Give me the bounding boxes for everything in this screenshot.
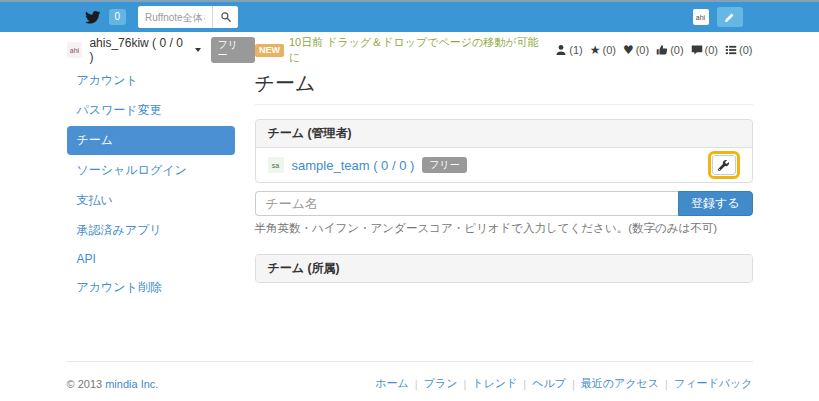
copyright-year: © 2013 <box>67 378 103 390</box>
topbar: 0 ahi <box>0 0 819 32</box>
footer-link-help[interactable]: ヘルプ <box>532 376 566 391</box>
copyright: © 2013 mindia Inc. <box>67 378 159 390</box>
team-link[interactable]: sample_team ( 0 / 0 ) <box>292 158 415 173</box>
followers-stat[interactable]: (1) <box>555 44 582 56</box>
user-stats: (1) ★ (0) ♥ (0) (0) <box>555 44 752 56</box>
sidebar-item-social-login[interactable]: ソーシャルログイン <box>67 156 235 185</box>
likes-stat[interactable]: ♥ (0) <box>623 44 649 56</box>
company-link[interactable]: mindia Inc. <box>105 378 158 390</box>
admin-team-panel: チーム (管理者) sa sample_team ( 0 / 0 ) フリー <box>255 119 753 183</box>
sidebar-item-account[interactable]: アカウント <box>67 66 235 95</box>
search-input[interactable] <box>138 6 212 28</box>
stat-count: (1) <box>569 44 582 56</box>
team-row: sa sample_team ( 0 / 0 ) フリー <box>256 148 752 182</box>
team-settings-button[interactable] <box>712 155 736 175</box>
news-text[interactable]: 10日前 ドラッグ＆ドロップでページの移動が可能に <box>289 35 547 65</box>
search-button[interactable] <box>212 6 238 28</box>
sidebar-item-payment[interactable]: 支払い <box>67 186 235 215</box>
sidebar-item-password-change[interactable]: パスワード変更 <box>67 96 235 125</box>
team-name-input[interactable] <box>255 191 678 216</box>
new-badge: NEW <box>255 44 284 57</box>
sidebar-item-api[interactable]: API <box>67 246 235 272</box>
team-name-help-text: 半角英数・ハイフン・アンダースコア・ピリオドで入力してください。(数字のみは不可… <box>255 221 753 236</box>
footer-link-home[interactable]: ホーム <box>375 376 409 391</box>
team-plan-badge: フリー <box>422 157 466 173</box>
footer-link-feedback[interactable]: フィードバック <box>674 376 753 391</box>
user-avatar[interactable]: ahi <box>67 42 83 58</box>
footer-link-trend[interactable]: トレンド <box>472 376 517 391</box>
pages-stat[interactable]: (0) <box>725 44 752 56</box>
footer: © 2013 mindia Inc. ホーム| プラン| トレンド| ヘルプ| … <box>67 376 753 391</box>
comment-icon <box>691 44 703 56</box>
caret-down-icon <box>195 48 201 52</box>
bird-logo-icon[interactable] <box>83 9 103 25</box>
highlight-annotation <box>708 151 740 179</box>
footer-link-plan[interactable]: プラン <box>424 376 458 391</box>
stat-count: (0) <box>705 44 718 56</box>
username-label: ahis_76kiw ( 0 / 0 ) <box>89 36 189 64</box>
register-button[interactable]: 登録する <box>678 191 753 216</box>
footer-link-recent-access[interactable]: 最近のアクセス <box>581 376 659 391</box>
topbar-avatar[interactable]: ahi <box>693 9 709 25</box>
star-icon: ★ <box>590 44 601 56</box>
member-team-panel: チーム (所属) <box>255 254 753 283</box>
stat-count: (0) <box>636 44 649 56</box>
stars-stat[interactable]: ★ (0) <box>590 44 616 56</box>
heart-icon: ♥ <box>623 44 634 56</box>
page-title: チーム <box>255 66 753 105</box>
comments-stat[interactable]: (0) <box>691 44 718 56</box>
separator: | <box>659 378 674 390</box>
footer-links: ホーム| プラン| トレンド| ヘルプ| 最近のアクセス| フィードバック <box>375 376 752 391</box>
search-icon <box>220 11 232 23</box>
thumbs-up-icon <box>656 44 668 56</box>
wrench-icon <box>718 160 729 171</box>
pencil-icon <box>724 12 735 23</box>
global-search <box>138 6 238 28</box>
sidebar-item-approved-apps[interactable]: 承認済みアプリ <box>67 216 235 245</box>
separator: | <box>409 378 424 390</box>
stat-count: (0) <box>602 44 615 56</box>
stat-count: (0) <box>670 44 683 56</box>
plan-badge: フリー <box>211 37 255 63</box>
separator: | <box>457 378 472 390</box>
sidebar-item-delete-account[interactable]: アカウント削除 <box>67 273 235 302</box>
footer-divider <box>67 361 753 362</box>
notification-count-badge[interactable]: 0 <box>109 9 127 25</box>
stat-count: (0) <box>739 44 752 56</box>
settings-sidebar: アカウント パスワード変更 チーム ソーシャルログイン 支払い 承認済みアプリ … <box>67 66 235 303</box>
page: 0 ahi a <box>0 0 819 401</box>
thumbs-up-stat[interactable]: (0) <box>656 44 683 56</box>
admin-panel-title: チーム (管理者) <box>256 120 752 148</box>
user-icon <box>555 44 567 56</box>
team-avatar[interactable]: sa <box>268 157 284 173</box>
new-page-button[interactable] <box>717 7 743 27</box>
list-icon <box>725 44 737 56</box>
userbar: ahi ahis_76kiw ( 0 / 0 ) フリー NEW 10日前 ドラ… <box>67 40 753 60</box>
create-team-form: 登録する <box>255 191 753 216</box>
separator: | <box>517 378 532 390</box>
separator: | <box>566 378 581 390</box>
user-dropdown[interactable]: ahis_76kiw ( 0 / 0 ) <box>89 36 200 64</box>
member-panel-title: チーム (所属) <box>256 255 752 282</box>
sidebar-item-team[interactable]: チーム <box>67 126 235 155</box>
